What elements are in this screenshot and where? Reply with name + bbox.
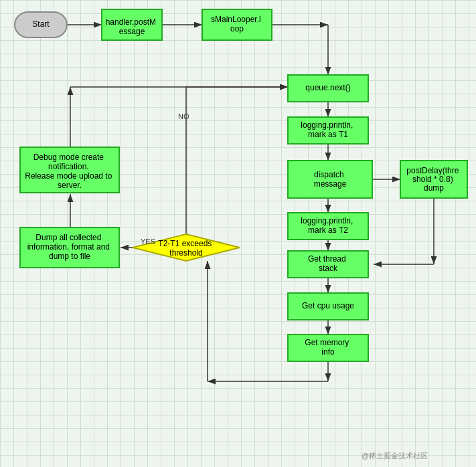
no-label: NO <box>178 112 189 120</box>
loggingT1-label: logging.println, mark as T1 <box>301 120 355 139</box>
watermark: @稀土掘金技术社区 <box>362 452 428 460</box>
queue-label: queue.next() <box>305 83 350 92</box>
dispatch-label: dispatch message <box>314 170 347 189</box>
yes-label: YES <box>141 238 155 246</box>
cpuUsage-label: Get cpu usage <box>302 301 354 310</box>
flowchart-svg: Start handler.postM essage sMainLooper.l… <box>0 0 476 467</box>
start-label: Start <box>32 19 50 29</box>
loggingT2-label: logging.println, mark as T2 <box>301 216 355 235</box>
flowchart-canvas: Start handler.postM essage sMainLooper.l… <box>0 0 476 467</box>
